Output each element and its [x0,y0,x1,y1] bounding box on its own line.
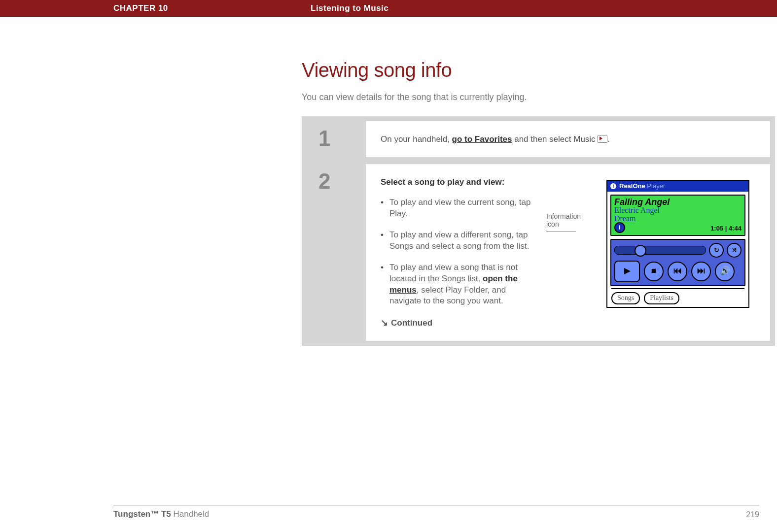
songs-tab[interactable]: Songs [611,292,640,304]
page-title: Viewing song info [302,59,775,81]
player-app-name: RealOne Player [619,182,665,191]
product-name-strong: Tungsten™ T5 [113,509,171,519]
seek-knob[interactable] [635,245,646,257]
page-footer: Tungsten™ T5 Handheld 219 [113,505,759,519]
step-1-prefix: On your handheld, [381,134,452,144]
step-1-row: 1 On your handheld, go to Favorites and … [307,121,770,157]
product-name-rest: Handheld [171,509,210,519]
callout-label-line2: icon [546,220,559,228]
shuffle-button[interactable]: ⤭ [727,243,742,258]
player-controls: ↻ ⤭ ▶ ■ ⏮ ⏭ 🔊 [610,239,745,286]
steps-container: 1 On your handheld, go to Favorites and … [302,116,775,346]
step-2-bullet-2: To play and view a different song, tap S… [381,230,533,252]
step-2-text: Select a song to play and view: To play … [381,177,533,329]
now-playing-panel: Falling Angel Electric Angel Dream i 1:0… [610,195,745,236]
page-number: 219 [746,510,759,519]
go-to-favorites-link[interactable]: go to Favorites [452,134,512,144]
player-app-name-muted: Player [645,182,665,190]
step-2-bullet-3: To play and view a song that is not loca… [381,262,533,307]
chapter-number: CHAPTER 10 [113,3,311,13]
chapter-header: CHAPTER 10 Listening to Music [0,0,777,17]
step-2-body: Select a song to play and view: To play … [366,164,770,341]
song-album: Dream [614,215,742,223]
information-icon[interactable]: i [614,222,625,233]
music-app-icon [598,135,607,143]
step-1-suffix: . [607,134,610,144]
callout: Information icon [546,177,594,329]
callout-label: Information icon [546,212,594,228]
continued-label: Continued [391,318,432,328]
step-2-heading: Select a song to play and view: [381,177,533,188]
page-content: Viewing song info You can view details f… [302,59,775,346]
playlists-tab[interactable]: Playlists [644,292,679,304]
product-name: Tungsten™ T5 Handheld [113,509,209,519]
chapter-title: Listening to Music [311,3,388,13]
stop-button[interactable]: ■ [644,262,664,281]
continued-arrow-icon: ↘ [381,317,388,329]
callout-label-line1: Information [546,212,581,220]
next-button[interactable]: ⏭ [691,262,711,281]
step-1-mid: and then select Music [512,134,598,144]
player-app-name-strong: RealOne [619,182,645,190]
step-1-body: On your handheld, go to Favorites and th… [366,121,770,157]
volume-button[interactable]: 🔊 [715,262,735,281]
play-button[interactable]: ▶ [614,261,640,282]
realone-player-screenshot: i RealOne Player Falling Angel Electric … [606,180,749,308]
step-1-number: 1 [307,121,366,157]
step-2-bullet-1: To play and view the current song, tap P… [381,197,533,220]
intro-text: You can view details for the song that i… [302,92,775,102]
player-divider [611,288,744,289]
previous-button[interactable]: ⏮ [668,262,687,281]
step-2-number: 2 [307,164,366,341]
continued-indicator: ↘Continued [381,317,533,329]
song-artist: Electric Angel [614,206,742,215]
callout-leader-line [546,231,576,232]
playback-time: 1:05 | 4:44 [710,224,742,233]
repeat-button[interactable]: ↻ [709,243,724,258]
song-title: Falling Angel [614,198,742,206]
step-2-row: 2 Select a song to play and view: To pla… [307,164,770,341]
titlebar-info-icon: i [610,183,616,189]
player-titlebar: i RealOne Player [607,181,748,192]
seek-bar[interactable] [614,246,706,255]
